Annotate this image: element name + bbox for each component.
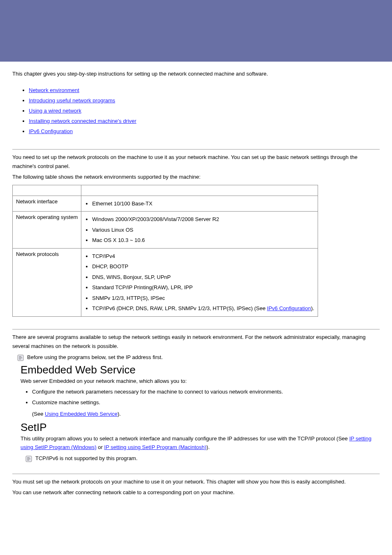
toc-link-introducing-programs[interactable]: Introducing useful network programs bbox=[29, 97, 115, 104]
row-label: Network operating system bbox=[13, 212, 81, 249]
list-item: Various Linux OS bbox=[92, 225, 314, 235]
sec3-para2: You can use network after connecting net… bbox=[12, 488, 380, 497]
section-divider bbox=[12, 149, 380, 150]
note-block: TCP/IPv6 is not supported by this progra… bbox=[12, 455, 380, 462]
table-row: Network interface Ethernet 10/100 Base-T… bbox=[13, 196, 318, 212]
list-item: Mac OS X 10.3 ~ 10.6 bbox=[92, 235, 314, 246]
ipv6-config-link[interactable]: IPv6 Configuration bbox=[267, 305, 311, 311]
sec3-para1: You must set up the network protocols on… bbox=[12, 477, 380, 486]
main-content: This chapter gives you step-by-step inst… bbox=[0, 62, 392, 507]
table-of-contents: Network environment Introducing useful n… bbox=[29, 87, 380, 134]
row-label: Network protocols bbox=[13, 248, 81, 316]
table-row: Network operating system Windows 2000/XP… bbox=[13, 212, 318, 249]
ews-list: Configure the network parameters necessa… bbox=[32, 387, 380, 408]
list-item: Configure the network parameters necessa… bbox=[32, 387, 380, 397]
list-item: TCP/IPv4 bbox=[92, 251, 314, 262]
section-divider bbox=[12, 474, 380, 474]
environment-table: Network interface Ethernet 10/100 Base-T… bbox=[12, 185, 318, 317]
table-row: Network protocols TCP/IPv4 DHCP, BOOTP D… bbox=[13, 248, 318, 316]
ews-para: Web server Embedded on your network mach… bbox=[21, 377, 380, 386]
list-item: DNS, WINS, Bonjour, SLP, UPnP bbox=[92, 272, 314, 283]
list-item: Standard TCP/IP Printing(RAW), LPR, IPP bbox=[92, 282, 314, 293]
ews-see-line: (See Using Embedded Web Service). bbox=[32, 410, 380, 419]
setip-para: This utility program allows you to selec… bbox=[21, 435, 380, 452]
heading-setip: SetIP bbox=[21, 421, 380, 434]
toc-link-network-environment[interactable]: Network environment bbox=[29, 87, 79, 93]
section-divider bbox=[12, 329, 380, 329]
intro-paragraph: This chapter gives you step-by-step inst… bbox=[12, 70, 380, 78]
list-item: Ethernet 10/100 Base-TX bbox=[92, 198, 314, 209]
sec1-para2: The following table shows the network en… bbox=[12, 173, 380, 182]
setip-macintosh-link[interactable]: IP setting using SetIP Program (Macintos… bbox=[104, 444, 207, 450]
sec2-para1: There are several programs available to … bbox=[12, 333, 380, 351]
note-icon bbox=[17, 355, 24, 361]
sec1-para1: You need to set up the network protocols… bbox=[12, 153, 380, 171]
using-ews-link[interactable]: Using Embedded Web Service bbox=[45, 411, 118, 417]
protocol-ipv6-suffix: ). bbox=[311, 305, 314, 311]
list-item: DHCP, BOOTP bbox=[92, 261, 314, 272]
note-block: Before using the programs below, set the… bbox=[12, 354, 380, 361]
protocol-ipv6-prefix: TCP/IPv6 (DHCP, DNS, RAW, LPR, SNMPv 1/2… bbox=[92, 305, 267, 311]
row-label: Network interface bbox=[13, 196, 81, 212]
note-text: TCP/IPv6 is not supported by this progra… bbox=[35, 455, 138, 461]
heading-embedded-web-service: Embedded Web Service bbox=[21, 364, 380, 376]
list-item: SNMPv 1/2/3, HTTP(S), IPSec bbox=[92, 293, 314, 304]
toc-link-ipv6-config[interactable]: IPv6 Configuration bbox=[29, 128, 73, 134]
toc-link-installing-driver[interactable]: Installing network connected machine's d… bbox=[29, 118, 136, 124]
note-text: Before using the programs below, set the… bbox=[27, 354, 163, 360]
note-icon bbox=[25, 456, 32, 462]
list-item: Windows 2000/XP/2003/2008/Vista/7/2008 S… bbox=[92, 214, 314, 225]
header-banner bbox=[0, 0, 392, 62]
list-item: TCP/IPv6 (DHCP, DNS, RAW, LPR, SNMPv 1/2… bbox=[92, 303, 314, 314]
list-item: Customize machine settings. bbox=[32, 397, 380, 408]
toc-link-wired-network[interactable]: Using a wired network bbox=[29, 108, 81, 114]
